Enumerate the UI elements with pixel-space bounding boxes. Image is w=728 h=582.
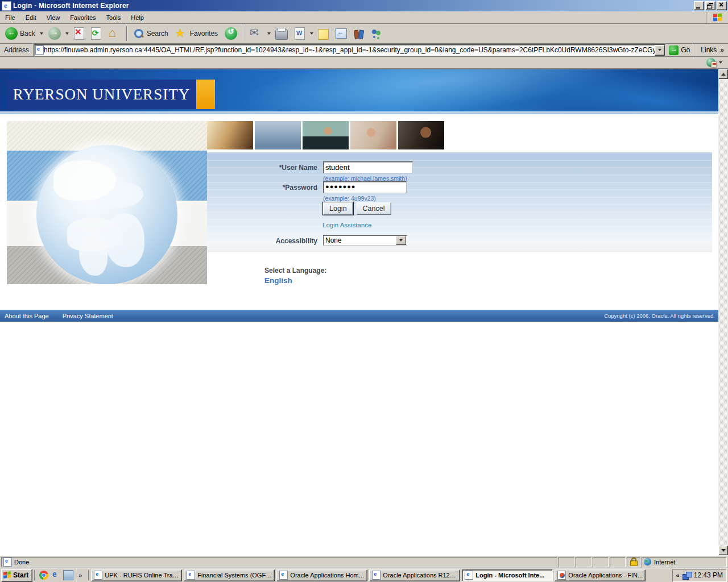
back-dropdown[interactable] [39, 26, 44, 41]
cancel-button[interactable]: Cancel [357, 202, 391, 215]
word-icon [295, 27, 305, 40]
ie-page-icon [279, 571, 288, 580]
tray-chevron-icon[interactable]: « [676, 572, 680, 579]
address-dropdown[interactable] [655, 45, 665, 56]
forward-button[interactable] [46, 25, 64, 42]
back-button[interactable]: Back [2, 25, 38, 42]
taskbar: Start UPK - RUFIS Online Train... Financ… [0, 568, 728, 582]
extension-toolbar [0, 57, 728, 69]
minimize-button[interactable] [694, 1, 704, 10]
quick-launch-overflow-icon[interactable] [76, 569, 84, 581]
messenger-button[interactable] [368, 26, 385, 41]
menu-favorites[interactable]: Favorites [65, 13, 101, 23]
start-button[interactable]: Start [1, 569, 32, 582]
taskbar-button-oracle-home[interactable]: Oracle Applications Hom... [276, 569, 367, 581]
system-tray: « 12:43 PM [672, 569, 727, 582]
status-pane [576, 557, 592, 567]
zone-pane: Internet [642, 557, 727, 567]
address-input[interactable]: https://finuweb.admin.ryerson.ca:4445/OA… [34, 44, 665, 56]
links-toolbar[interactable]: Links [696, 44, 726, 56]
menu-tools[interactable]: Tools [101, 13, 126, 23]
home-button[interactable] [105, 25, 123, 42]
window-icon[interactable] [63, 570, 73, 580]
page-icon [3, 558, 12, 567]
username-field[interactable]: student [323, 161, 413, 173]
password-field[interactable]: ●●●●●●● [323, 181, 407, 193]
taskbar-button-upk[interactable]: UPK - RUFIS Online Train... [91, 569, 182, 581]
taskbar-button-oracle-fin[interactable]: Oracle Applications - FIN... [555, 569, 646, 581]
menu-edit[interactable]: Edit [20, 13, 42, 23]
about-page-link[interactable]: About this Page [5, 313, 49, 319]
login-assistance-link[interactable]: Login Assistance [322, 222, 371, 228]
mail-button[interactable] [247, 26, 265, 41]
edit-dropdown[interactable] [309, 26, 314, 41]
menu-view[interactable]: View [42, 13, 65, 23]
lock-icon [630, 560, 638, 566]
address-bar: Address https://finuweb.admin.ryerson.ca… [0, 44, 728, 57]
research-button[interactable] [351, 26, 367, 41]
globe-image [36, 145, 177, 284]
im-icon [336, 28, 347, 39]
im-button[interactable] [333, 26, 350, 41]
status-pane [593, 557, 609, 567]
language-english-link[interactable]: English [264, 276, 326, 285]
select-dropdown-icon[interactable] [396, 236, 406, 245]
taskbar-button-financial-systems[interactable]: Financial Systems (OGF) ... [184, 569, 275, 581]
ie-page-icon [372, 571, 380, 580]
scroll-up-button[interactable] [718, 69, 728, 79]
forward-dropdown[interactable] [65, 26, 70, 41]
login-form: *User Name student (example: michael.jam… [207, 152, 712, 252]
forward-icon [48, 27, 61, 40]
restore-button[interactable] [705, 1, 715, 10]
password-hint: (example: 4u99v23) [323, 195, 376, 202]
links-overflow-icon[interactable] [720, 46, 724, 54]
search-button[interactable]: Search [130, 26, 171, 41]
extension-dropdown[interactable] [719, 61, 722, 64]
status-pane [559, 557, 574, 567]
menu-help[interactable]: Help [126, 13, 149, 23]
status-pane [610, 557, 626, 567]
stop-button[interactable] [71, 25, 87, 42]
history-button[interactable] [222, 25, 240, 42]
sticky-note-button[interactable] [315, 26, 332, 42]
go-button[interactable]: Go [668, 45, 693, 56]
favorites-button[interactable]: Favorites [172, 25, 221, 42]
accessibility-label: Accessibility [207, 237, 317, 245]
username-label: *User Name [207, 164, 317, 172]
scroll-down-button[interactable] [718, 546, 728, 555]
gold-accent [196, 80, 215, 109]
password-label: *Password [207, 184, 317, 192]
accessibility-select[interactable]: None [323, 235, 407, 246]
photo-man-suit [398, 121, 444, 149]
windows-start-icon [3, 571, 11, 579]
taskbar-button-login-active[interactable]: Login - Microsoft Inte... [462, 569, 553, 581]
address-url[interactable]: https://finuweb.admin.ryerson.ca:4445/OA… [44, 46, 655, 54]
privacy-statement-link[interactable]: Privacy Statement [63, 313, 113, 319]
security-pane [627, 557, 640, 567]
photo-strip [207, 121, 444, 149]
internet-explorer-icon[interactable] [51, 571, 60, 580]
taskbar-button-oracle-r12[interactable]: Oracle Applications R12 -... [369, 569, 460, 581]
chrome-icon[interactable] [39, 571, 48, 580]
vertical-scrollbar[interactable] [718, 69, 728, 555]
stop-icon [74, 27, 84, 40]
refresh-button[interactable] [88, 25, 104, 42]
search-icon [133, 28, 144, 39]
quick-launch [37, 569, 86, 581]
print-button[interactable] [272, 25, 291, 42]
edit-with-word-button[interactable] [292, 25, 308, 42]
print-icon [275, 30, 288, 40]
menu-file[interactable]: File [0, 13, 20, 23]
network-icon[interactable] [682, 572, 691, 579]
title-bar: Login - Microsoft Internet Explorer [0, 0, 728, 11]
ryerson-logo: RYERSON UNIVERSITY [7, 80, 196, 109]
windows-logo-icon [706, 12, 728, 23]
java-icon [557, 571, 566, 580]
go-icon [669, 45, 679, 55]
research-icon [354, 28, 364, 39]
mail-dropdown[interactable] [266, 26, 271, 41]
login-button[interactable]: Login [323, 202, 353, 215]
close-button[interactable] [717, 1, 727, 10]
extension-globe-icon[interactable] [706, 58, 715, 67]
ryerson-banner: RYERSON UNIVERSITY [0, 69, 718, 111]
